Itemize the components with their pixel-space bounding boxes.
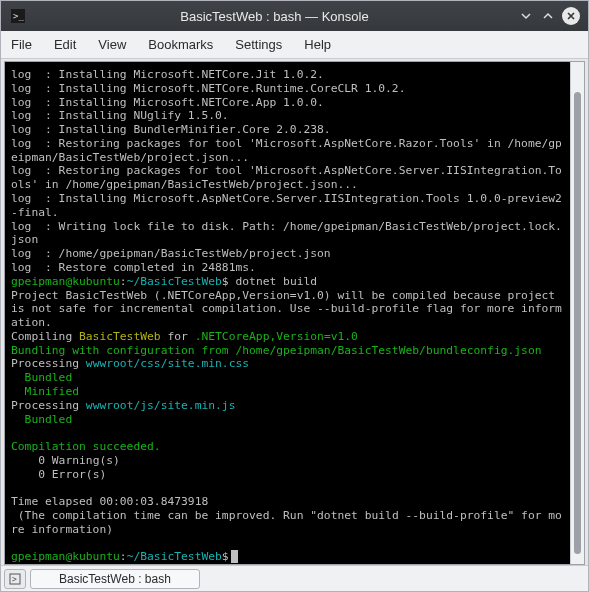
output-path: wwwroot/css/site.min.css — [86, 357, 249, 370]
log-line: log : Installing BundlerMinifier.Core 2.… — [11, 123, 331, 136]
scrollbar[interactable] — [570, 62, 584, 564]
svg-text:>_: >_ — [13, 11, 24, 21]
window-titlebar: >_ BasicTestWeb : bash — Konsole — [1, 1, 588, 31]
output-line: Processing — [11, 357, 86, 370]
terminal[interactable]: log : Installing Microsoft.NETCore.Jit 1… — [5, 62, 570, 564]
prompt-path: ~/BasicTestWeb — [127, 275, 222, 288]
output-path: wwwroot/js/site.min.js — [86, 399, 236, 412]
output-line: Time elapsed 00:00:03.8473918 — [11, 495, 208, 508]
window-title: BasicTestWeb : bash — Konsole — [31, 9, 518, 24]
output-project: BasicTestWeb — [79, 330, 161, 343]
window-controls — [518, 7, 580, 25]
log-line: log : Installing Microsoft.NETCore.Jit 1… — [11, 68, 324, 81]
log-line: log : Restoring packages for tool 'Micro… — [11, 164, 562, 191]
svg-text:>: > — [12, 575, 17, 584]
log-line: log : Restoring packages for tool 'Micro… — [11, 137, 562, 164]
menu-help[interactable]: Help — [304, 37, 331, 52]
log-line: log : Installing Microsoft.NETCore.App 1… — [11, 96, 324, 109]
menu-view[interactable]: View — [98, 37, 126, 52]
log-line: log : Installing Microsoft.NETCore.Runti… — [11, 82, 405, 95]
output-line: for — [161, 330, 195, 343]
output-line: Compilation succeeded. — [11, 440, 161, 453]
tabbar: > BasicTestWeb : bash — [1, 565, 588, 591]
prompt-sep: : — [120, 275, 127, 288]
tab[interactable]: BasicTestWeb : bash — [30, 569, 200, 589]
prompt-path: ~/BasicTestWeb — [127, 550, 222, 563]
log-line: log : Writing lock file to disk. Path: /… — [11, 220, 562, 247]
menu-settings[interactable]: Settings — [235, 37, 282, 52]
app-icon: >_ — [9, 7, 27, 25]
output-line: (The compilation time can be improved. R… — [11, 509, 562, 536]
output-line: 0 Error(s) — [11, 468, 106, 481]
new-tab-button[interactable]: > — [4, 569, 26, 589]
output-line: Bundled — [11, 371, 72, 384]
prompt-end: $ — [222, 550, 229, 563]
menu-file[interactable]: File — [11, 37, 32, 52]
cursor — [231, 550, 238, 563]
log-line: log : /home/gpeipman/BasicTestWeb/projec… — [11, 247, 331, 260]
scroll-thumb[interactable] — [574, 92, 581, 554]
log-line: log : Installing NUglify 1.5.0. — [11, 109, 229, 122]
output-target: .NETCoreApp,Version=v1.0 — [195, 330, 358, 343]
log-line: log : Installing Microsoft.AspNetCore.Se… — [11, 192, 562, 219]
terminal-panel: log : Installing Microsoft.NETCore.Jit 1… — [4, 61, 585, 565]
menubar: File Edit View Bookmarks Settings Help — [1, 31, 588, 59]
menu-bookmarks[interactable]: Bookmarks — [148, 37, 213, 52]
prompt-user: gpeipman@kubuntu — [11, 550, 120, 563]
output-line: Bundling with configuration from /home/g… — [11, 344, 542, 357]
minimize-button[interactable] — [518, 8, 534, 24]
prompt-user: gpeipman@kubuntu — [11, 275, 120, 288]
close-button[interactable] — [562, 7, 580, 25]
output-line: Processing — [11, 399, 86, 412]
output-line: 0 Warning(s) — [11, 454, 120, 467]
output-line: Minified — [11, 385, 79, 398]
menu-edit[interactable]: Edit — [54, 37, 76, 52]
maximize-button[interactable] — [540, 8, 556, 24]
output-line: Project BasicTestWeb (.NETCoreApp,Versio… — [11, 289, 562, 330]
output-line: Compiling — [11, 330, 79, 343]
tab-label: BasicTestWeb : bash — [59, 572, 171, 586]
log-line: log : Restore completed in 24881ms. — [11, 261, 256, 274]
prompt-sep: : — [120, 550, 127, 563]
command-text: dotnet build — [229, 275, 317, 288]
output-line: Bundled — [11, 413, 72, 426]
prompt-end: $ — [222, 275, 229, 288]
